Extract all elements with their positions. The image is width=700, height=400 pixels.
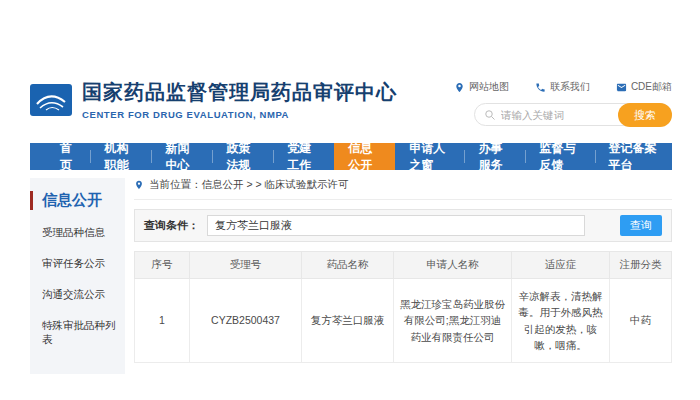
nav-news[interactable]: 新闻中心 — [151, 143, 212, 170]
col-indication: 适应症 — [512, 252, 610, 279]
table-header-row: 序号 受理号 药品名称 申请人名称 适应症 注册分类 — [135, 252, 672, 279]
nav-applicant-window[interactable]: 申请人之窗 — [395, 143, 464, 170]
nav-supervision[interactable]: 监督与反馈 — [525, 143, 594, 170]
breadcrumb-text: 当前位置：信息公开 > > 临床试验默示许可 — [149, 178, 349, 192]
query-input[interactable] — [207, 215, 585, 236]
breadcrumb: 当前位置：信息公开 > > 临床试验默示许可 — [134, 178, 672, 200]
location-pin-icon — [134, 179, 144, 191]
envelope-icon — [616, 82, 627, 93]
content: 信息公开 受理品种信息 审评任务公示 沟通交流公示 特殊审批品种列表 当前位置：… — [30, 178, 672, 374]
col-drug-name: 药品名称 — [302, 252, 394, 279]
sitemap-link[interactable]: 网站地图 — [454, 80, 509, 94]
brand: 国家药品监督管理局药品审评中心 CENTER FOR DRUG EVALUATI… — [30, 79, 397, 120]
nav-policies[interactable]: 政策法规 — [212, 143, 273, 170]
header-right: 网站地图 联系我们 CDE邮箱 搜索 — [454, 80, 672, 126]
sidebar-item-communication[interactable]: 沟通交流公示 — [30, 288, 125, 302]
query-bar: 查询条件： 查询 — [134, 209, 672, 242]
nav-party[interactable]: 党建工作 — [273, 143, 334, 170]
sidebar: 信息公开 受理品种信息 审评任务公示 沟通交流公示 特殊审批品种列表 — [30, 178, 125, 374]
nav-services[interactable]: 办事服务 — [464, 143, 525, 170]
brand-text: 国家药品监督管理局药品审评中心 CENTER FOR DRUG EVALUATI… — [82, 79, 397, 120]
cde-mail-label: CDE邮箱 — [631, 80, 672, 94]
query-button[interactable]: 查询 — [620, 215, 662, 236]
col-serial: 序号 — [135, 252, 190, 279]
col-applicant: 申请人名称 — [394, 252, 512, 279]
table-row: 1 CYZB2500437 复方芩兰口服液 黑龙江珍宝岛药业股份有限公司;黑龙江… — [135, 279, 672, 363]
query-label: 查询条件： — [144, 218, 199, 233]
cell-indication: 辛凉解表，清热解毒。用于外感风热引起的发热，咳嗽，咽痛。 — [512, 279, 610, 363]
main-panel: 当前位置：信息公开 > > 临床试验默示许可 查询条件： 查询 序号 受理号 药… — [134, 178, 672, 374]
sidebar-item-special-approval[interactable]: 特殊审批品种列表 — [30, 319, 125, 347]
site-header: 国家药品监督管理局药品审评中心 CENTER FOR DRUG EVALUATI… — [30, 75, 672, 137]
contact-link[interactable]: 联系我们 — [535, 80, 590, 94]
phone-icon — [535, 82, 546, 93]
cell-serial: 1 — [135, 279, 190, 363]
header-search: 搜索 — [474, 103, 672, 126]
keyword-input[interactable] — [501, 109, 611, 121]
sitemap-label: 网站地图 — [469, 80, 509, 94]
cell-applicant: 黑龙江珍宝岛药业股份有限公司;黑龙江羽迪药业有限责任公司 — [394, 279, 512, 363]
main-nav: 首页 机构职能 新闻中心 政策法规 党建工作 信息公开 申请人之窗 办事服务 监… — [30, 143, 672, 170]
search-icon — [484, 109, 496, 121]
cell-acceptance-no: CYZB2500437 — [190, 279, 302, 363]
cell-drug-name: 复方芩兰口服液 — [302, 279, 394, 363]
col-acceptance-no: 受理号 — [190, 252, 302, 279]
sidebar-item-accepted-varieties[interactable]: 受理品种信息 — [30, 226, 125, 240]
contact-label: 联系我们 — [550, 80, 590, 94]
map-pin-icon — [454, 82, 465, 93]
nav-home[interactable]: 首页 — [46, 143, 90, 170]
site-title: 国家药品监督管理局药品审评中心 — [82, 79, 397, 106]
search-button[interactable]: 搜索 — [618, 103, 672, 127]
nav-info-disclosure[interactable]: 信息公开 — [334, 143, 395, 170]
page: 国家药品监督管理局药品审评中心 CENTER FOR DRUG EVALUATI… — [30, 75, 672, 374]
nav-registration-platform[interactable]: 登记备案平台 — [595, 143, 672, 170]
sidebar-title: 信息公开 — [30, 191, 125, 210]
cde-logo-icon — [30, 84, 72, 116]
cell-registration-class: 中药 — [610, 279, 672, 363]
sidebar-item-review-tasks[interactable]: 审评任务公示 — [30, 257, 125, 271]
col-registration-class: 注册分类 — [610, 252, 672, 279]
nav-functions[interactable]: 机构职能 — [90, 143, 151, 170]
cde-mail-link[interactable]: CDE邮箱 — [616, 80, 672, 94]
site-subtitle: CENTER FOR DRUG EVALUATION, NMPA — [82, 109, 397, 120]
top-links: 网站地图 联系我们 CDE邮箱 — [454, 80, 672, 94]
results-table: 序号 受理号 药品名称 申请人名称 适应症 注册分类 1 CYZB2500437… — [134, 251, 672, 363]
